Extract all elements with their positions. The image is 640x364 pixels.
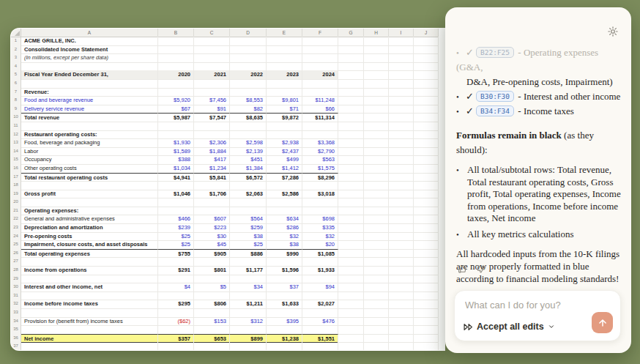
table-row: 37 bbox=[11, 342, 444, 351]
table-row: 36 Net income $357 $653 $899 $1,238 $1,5… bbox=[11, 334, 444, 343]
table-row: 23 Depreciation and amortization $239 $2… bbox=[11, 223, 444, 232]
message-heading: Formulas remain in black (as they should… bbox=[456, 128, 624, 157]
thumbs-up-button[interactable] bbox=[458, 264, 467, 274]
sheet-body: 1 ACME GRILLE, INC. 2 Consolidated Incom… bbox=[11, 37, 444, 351]
table-row: 6 bbox=[11, 79, 444, 88]
table-row: 22 General and administrative expenses $… bbox=[11, 215, 444, 223]
cell-range-chip[interactable]: B34:F34 bbox=[476, 105, 514, 116]
thumbs-down-icon bbox=[476, 264, 485, 274]
empty-cell[interactable] bbox=[364, 342, 389, 351]
table-row: 17 Total restaurant operating costs $4,9… bbox=[11, 173, 444, 182]
assistant-panel: •✓B22:F25 - Operating expenses (G&A, D&A… bbox=[445, 7, 631, 353]
accept-all-edits-button[interactable]: Accept all edits bbox=[464, 322, 555, 332]
cell-range-chip[interactable]: B22:F25 bbox=[476, 47, 514, 58]
checklist-item: •✓B34:F34 - Income taxes bbox=[456, 104, 624, 119]
settings-button[interactable] bbox=[607, 25, 620, 38]
table-row: 8 Food and beverage revenue $5,920 $7,45… bbox=[11, 96, 444, 105]
checklist-item: •✓B30:F30 - Interest and other income bbox=[456, 89, 624, 104]
heading-bold-text: Formulas remain in black bbox=[456, 130, 562, 141]
row-label-cell[interactable] bbox=[21, 342, 158, 351]
cell-value[interactable] bbox=[158, 342, 194, 351]
table-row: 34 Provision for (benefit from) income t… bbox=[11, 317, 444, 326]
checklist-item-text: - Income taxes bbox=[516, 105, 574, 116]
table-row: 14 Labor $1,589 $1,884 $2,139 $2,437 $2,… bbox=[11, 147, 444, 156]
bullet-icon: • bbox=[456, 164, 467, 177]
cell-range-chip[interactable]: B30:F30 bbox=[476, 91, 514, 102]
table-row: 3 (In millions, except per share data) bbox=[11, 53, 444, 62]
feedback-buttons bbox=[458, 264, 485, 274]
check-icon: ✓ bbox=[466, 89, 476, 104]
fast-forward-icon bbox=[464, 323, 473, 331]
chevron-down-icon bbox=[548, 323, 555, 330]
cell-value[interactable] bbox=[194, 342, 230, 351]
thumbs-up-icon bbox=[458, 264, 467, 274]
table-row: 16 Other operating costs $1,034 $1,234 $… bbox=[11, 164, 444, 173]
checklist: •✓B22:F25 - Operating expenses (G&A, D&A… bbox=[456, 45, 624, 119]
checklist-item-text: - Interest and other income bbox=[516, 91, 620, 102]
table-row: 29 bbox=[11, 275, 444, 283]
table-row: 11 bbox=[11, 122, 444, 130]
table-row: 24 Pre-opening costs $25 $30 $38 $32 $32 bbox=[11, 232, 444, 241]
table-row: 15 Occupancy $388 $417 $451 $499 $563 bbox=[11, 155, 444, 164]
check-icon: ✓ bbox=[466, 45, 476, 60]
cell-value[interactable] bbox=[267, 342, 302, 351]
table-row: 10 Total revenue $5,987 $7,547 $8,635 $9… bbox=[11, 113, 444, 122]
table-row: 33 bbox=[11, 308, 444, 317]
table-row: 25 Impairment, closure costs, and asset … bbox=[11, 240, 444, 249]
spreadsheet-window: ABCDEFGHIJ 1 ACME GRILLE, INC. 2 Consoli… bbox=[10, 28, 445, 351]
select-all-corner[interactable] bbox=[11, 29, 21, 37]
row-number[interactable]: 37 bbox=[11, 342, 21, 351]
send-button[interactable] bbox=[592, 312, 613, 333]
assistant-message: •✓B22:F25 - Operating expenses (G&A, D&A… bbox=[456, 45, 624, 286]
table-row: 4 bbox=[11, 62, 444, 71]
table-row: 26 Total operating expenses $755 $905 $8… bbox=[11, 249, 444, 258]
gear-icon bbox=[607, 26, 619, 37]
table-row: 7 Revenue: bbox=[11, 88, 444, 97]
table-row: 20 bbox=[11, 198, 444, 207]
table-row: 35 bbox=[11, 325, 444, 334]
list-item: •All key metrics calculations bbox=[456, 229, 624, 241]
table-row: 5 Fiscal Year Ended December 31, 2020 20… bbox=[11, 70, 444, 79]
checklist-item-continuation: D&A, Pre-opening costs, Impairment) bbox=[456, 75, 624, 89]
table-row: 28 Income from operations $291 $801 $1,1… bbox=[11, 266, 444, 275]
bullet-icon: • bbox=[456, 89, 466, 104]
table-row: 9 Delivery service revenue $67 $91 $82 $… bbox=[11, 105, 444, 114]
empty-cell[interactable] bbox=[414, 342, 439, 351]
cell-filler bbox=[439, 342, 445, 351]
table-row: 18 bbox=[11, 181, 444, 190]
table-row: 32 Income before income taxes $295 $806 … bbox=[11, 300, 444, 308]
up-arrow-icon bbox=[598, 318, 608, 328]
chat-input-card: Accept all edits bbox=[454, 290, 621, 341]
bullet-list: •All total/subtotal rows: Total revenue,… bbox=[456, 164, 624, 241]
chat-input[interactable] bbox=[465, 300, 609, 311]
thumbs-down-button[interactable] bbox=[476, 264, 485, 274]
list-item-text: All total/subtotal rows: Total revenue, … bbox=[467, 164, 621, 223]
bullet-icon: • bbox=[456, 104, 466, 119]
table-row: 27 bbox=[11, 257, 444, 266]
list-item: •All total/subtotal rows: Total revenue,… bbox=[456, 164, 624, 225]
table-row: 19 Gross profit $1,046 $1,706 $2,063 $2,… bbox=[11, 190, 444, 198]
table-row: 30 Interest and other income, net $4 $5 … bbox=[11, 283, 444, 291]
check-icon: ✓ bbox=[466, 104, 476, 119]
table-row: 13 Food, beverage and packaging $1,930 $… bbox=[11, 138, 444, 147]
table-row: 2 Consolidated Income Statement bbox=[11, 45, 444, 54]
bullet-icon: • bbox=[456, 229, 467, 241]
checklist-item: •✓B22:F25 - Operating expenses (G&A, D&A… bbox=[456, 45, 624, 89]
table-row: 12 Restaurant operating costs: bbox=[11, 130, 444, 139]
cell-value[interactable] bbox=[230, 342, 267, 351]
column-header-row: ABCDEFGHIJ bbox=[11, 29, 444, 37]
table-row: 21 Operating expenses: bbox=[11, 207, 444, 215]
list-item-text: All key metrics calculations bbox=[467, 229, 573, 239]
cell-value[interactable] bbox=[302, 342, 338, 351]
accept-all-edits-label: Accept all edits bbox=[477, 322, 544, 332]
empty-cell[interactable] bbox=[338, 342, 364, 351]
table-row: 1 ACME GRILLE, INC. bbox=[11, 37, 444, 45]
table-row: 31 bbox=[11, 291, 444, 300]
bullet-icon: • bbox=[456, 45, 466, 60]
empty-cell[interactable] bbox=[389, 342, 414, 351]
